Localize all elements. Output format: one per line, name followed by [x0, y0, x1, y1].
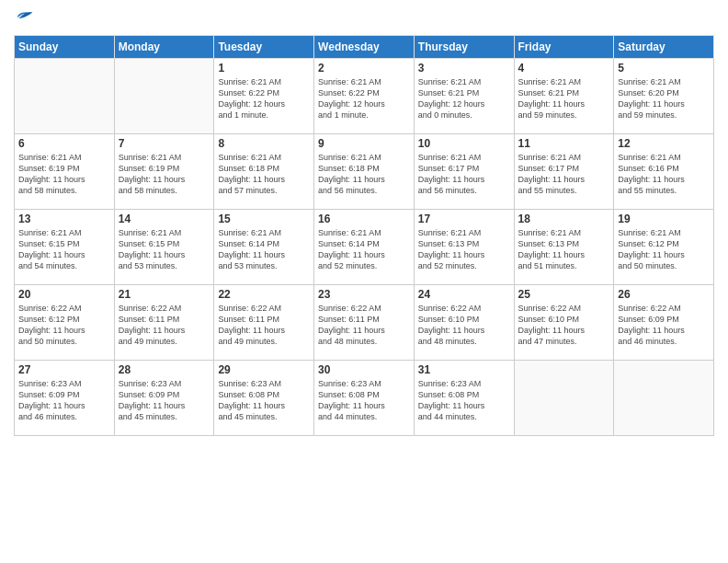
day-number: 21	[119, 288, 210, 301]
day-number: 10	[418, 137, 510, 150]
calendar-week-row: 27Sunrise: 6:23 AM Sunset: 6:09 PM Dayli…	[15, 361, 714, 436]
day-info: Sunrise: 6:21 AM Sunset: 6:22 PM Dayligh…	[218, 76, 310, 121]
day-number: 2	[318, 62, 410, 75]
day-info: Sunrise: 6:21 AM Sunset: 6:21 PM Dayligh…	[518, 76, 610, 121]
calendar-cell: 4Sunrise: 6:21 AM Sunset: 6:21 PM Daylig…	[514, 59, 614, 134]
day-info: Sunrise: 6:22 AM Sunset: 6:10 PM Dayligh…	[418, 303, 510, 348]
day-info: Sunrise: 6:21 AM Sunset: 6:13 PM Dayligh…	[418, 227, 510, 272]
day-number: 31	[418, 363, 510, 376]
calendar-cell: 28Sunrise: 6:23 AM Sunset: 6:09 PM Dayli…	[114, 361, 214, 436]
day-number: 13	[18, 213, 110, 225]
day-info: Sunrise: 6:21 AM Sunset: 6:19 PM Dayligh…	[18, 152, 110, 197]
day-number: 17	[418, 213, 510, 225]
day-info: Sunrise: 6:21 AM Sunset: 6:14 PM Dayligh…	[218, 227, 310, 272]
day-number: 11	[518, 137, 610, 150]
weekday-header-saturday: Saturday	[614, 36, 714, 59]
calendar-cell: 23Sunrise: 6:22 AM Sunset: 6:11 PM Dayli…	[314, 285, 415, 361]
calendar-cell: 16Sunrise: 6:21 AM Sunset: 6:14 PM Dayli…	[314, 210, 415, 285]
day-number: 18	[518, 213, 610, 225]
calendar-cell: 3Sunrise: 6:21 AM Sunset: 6:21 PM Daylig…	[414, 59, 514, 134]
header	[14, 9, 714, 28]
calendar-week-row: 20Sunrise: 6:22 AM Sunset: 6:12 PM Dayli…	[15, 285, 714, 361]
day-number: 7	[119, 137, 210, 150]
calendar-cell: 13Sunrise: 6:21 AM Sunset: 6:15 PM Dayli…	[15, 210, 115, 285]
calendar-cell: 21Sunrise: 6:22 AM Sunset: 6:11 PM Dayli…	[114, 285, 214, 361]
calendar-cell	[614, 361, 714, 436]
day-number: 14	[119, 213, 210, 225]
day-info: Sunrise: 6:21 AM Sunset: 6:14 PM Dayligh…	[318, 227, 410, 272]
day-info: Sunrise: 6:23 AM Sunset: 6:08 PM Dayligh…	[218, 378, 310, 423]
day-info: Sunrise: 6:21 AM Sunset: 6:20 PM Dayligh…	[618, 76, 710, 121]
day-number: 12	[618, 137, 710, 150]
day-number: 19	[618, 213, 710, 225]
day-number: 25	[518, 288, 610, 301]
weekday-header-monday: Monday	[114, 36, 214, 59]
day-info: Sunrise: 6:22 AM Sunset: 6:10 PM Dayligh…	[518, 303, 610, 348]
calendar-cell: 26Sunrise: 6:22 AM Sunset: 6:09 PM Dayli…	[614, 285, 714, 361]
calendar-cell: 9Sunrise: 6:21 AM Sunset: 6:18 PM Daylig…	[314, 134, 415, 210]
calendar-week-row: 1Sunrise: 6:21 AM Sunset: 6:22 PM Daylig…	[15, 59, 714, 134]
calendar-week-row: 13Sunrise: 6:21 AM Sunset: 6:15 PM Dayli…	[15, 210, 714, 285]
day-info: Sunrise: 6:21 AM Sunset: 6:16 PM Dayligh…	[618, 152, 710, 197]
weekday-header-row: SundayMondayTuesdayWednesdayThursdayFrid…	[15, 36, 714, 59]
calendar-cell: 14Sunrise: 6:21 AM Sunset: 6:15 PM Dayli…	[114, 210, 214, 285]
day-number: 29	[218, 363, 310, 376]
weekday-header-tuesday: Tuesday	[214, 36, 314, 59]
day-info: Sunrise: 6:23 AM Sunset: 6:08 PM Dayligh…	[318, 378, 410, 423]
day-number: 9	[318, 137, 410, 150]
day-number: 4	[518, 62, 610, 75]
day-number: 20	[18, 288, 110, 301]
weekday-header-thursday: Thursday	[414, 36, 514, 59]
calendar-cell: 7Sunrise: 6:21 AM Sunset: 6:19 PM Daylig…	[114, 134, 214, 210]
day-info: Sunrise: 6:22 AM Sunset: 6:11 PM Dayligh…	[119, 303, 210, 348]
calendar-cell: 1Sunrise: 6:21 AM Sunset: 6:22 PM Daylig…	[214, 59, 314, 134]
day-info: Sunrise: 6:23 AM Sunset: 6:09 PM Dayligh…	[18, 378, 110, 423]
page: SundayMondayTuesdayWednesdayThursdayFrid…	[0, 0, 728, 563]
day-number: 8	[218, 137, 310, 150]
calendar-cell: 22Sunrise: 6:22 AM Sunset: 6:11 PM Dayli…	[214, 285, 314, 361]
day-number: 3	[418, 62, 510, 75]
day-info: Sunrise: 6:21 AM Sunset: 6:15 PM Dayligh…	[18, 227, 110, 272]
calendar-cell: 31Sunrise: 6:23 AM Sunset: 6:08 PM Dayli…	[414, 361, 514, 436]
day-info: Sunrise: 6:21 AM Sunset: 6:18 PM Dayligh…	[218, 152, 310, 197]
day-number: 5	[618, 62, 710, 75]
calendar-cell: 5Sunrise: 6:21 AM Sunset: 6:20 PM Daylig…	[614, 59, 714, 134]
calendar-cell: 25Sunrise: 6:22 AM Sunset: 6:10 PM Dayli…	[514, 285, 614, 361]
day-number: 24	[418, 288, 510, 301]
logo-bird-icon	[16, 9, 34, 28]
day-info: Sunrise: 6:21 AM Sunset: 6:17 PM Dayligh…	[418, 152, 510, 197]
day-number: 27	[18, 363, 110, 376]
weekday-header-sunday: Sunday	[15, 36, 115, 59]
weekday-header-wednesday: Wednesday	[314, 36, 415, 59]
day-info: Sunrise: 6:22 AM Sunset: 6:11 PM Dayligh…	[318, 303, 410, 348]
calendar-cell: 12Sunrise: 6:21 AM Sunset: 6:16 PM Dayli…	[614, 134, 714, 210]
day-info: Sunrise: 6:21 AM Sunset: 6:17 PM Dayligh…	[518, 152, 610, 197]
day-number: 15	[218, 213, 310, 225]
calendar-cell: 27Sunrise: 6:23 AM Sunset: 6:09 PM Dayli…	[15, 361, 115, 436]
day-number: 26	[618, 288, 710, 301]
logo	[14, 9, 34, 28]
calendar-cell: 11Sunrise: 6:21 AM Sunset: 6:17 PM Dayli…	[514, 134, 614, 210]
calendar-cell: 18Sunrise: 6:21 AM Sunset: 6:13 PM Dayli…	[514, 210, 614, 285]
day-info: Sunrise: 6:21 AM Sunset: 6:15 PM Dayligh…	[119, 227, 210, 272]
day-info: Sunrise: 6:21 AM Sunset: 6:19 PM Dayligh…	[119, 152, 210, 197]
day-number: 16	[318, 213, 410, 225]
day-info: Sunrise: 6:21 AM Sunset: 6:12 PM Dayligh…	[618, 227, 710, 272]
calendar-cell: 15Sunrise: 6:21 AM Sunset: 6:14 PM Dayli…	[214, 210, 314, 285]
day-info: Sunrise: 6:23 AM Sunset: 6:09 PM Dayligh…	[119, 378, 210, 423]
calendar-cell	[514, 361, 614, 436]
day-info: Sunrise: 6:23 AM Sunset: 6:08 PM Dayligh…	[418, 378, 510, 423]
logo-area	[14, 9, 34, 28]
day-number: 22	[218, 288, 310, 301]
day-info: Sunrise: 6:22 AM Sunset: 6:11 PM Dayligh…	[218, 303, 310, 348]
calendar-cell: 8Sunrise: 6:21 AM Sunset: 6:18 PM Daylig…	[214, 134, 314, 210]
calendar-cell: 2Sunrise: 6:21 AM Sunset: 6:22 PM Daylig…	[314, 59, 415, 134]
calendar-cell: 19Sunrise: 6:21 AM Sunset: 6:12 PM Dayli…	[614, 210, 714, 285]
day-info: Sunrise: 6:21 AM Sunset: 6:21 PM Dayligh…	[418, 76, 510, 121]
day-number: 28	[119, 363, 210, 376]
day-info: Sunrise: 6:21 AM Sunset: 6:18 PM Dayligh…	[318, 152, 410, 197]
calendar-cell: 24Sunrise: 6:22 AM Sunset: 6:10 PM Dayli…	[414, 285, 514, 361]
calendar-cell: 17Sunrise: 6:21 AM Sunset: 6:13 PM Dayli…	[414, 210, 514, 285]
day-info: Sunrise: 6:21 AM Sunset: 6:13 PM Dayligh…	[518, 227, 610, 272]
day-info: Sunrise: 6:22 AM Sunset: 6:09 PM Dayligh…	[618, 303, 710, 348]
